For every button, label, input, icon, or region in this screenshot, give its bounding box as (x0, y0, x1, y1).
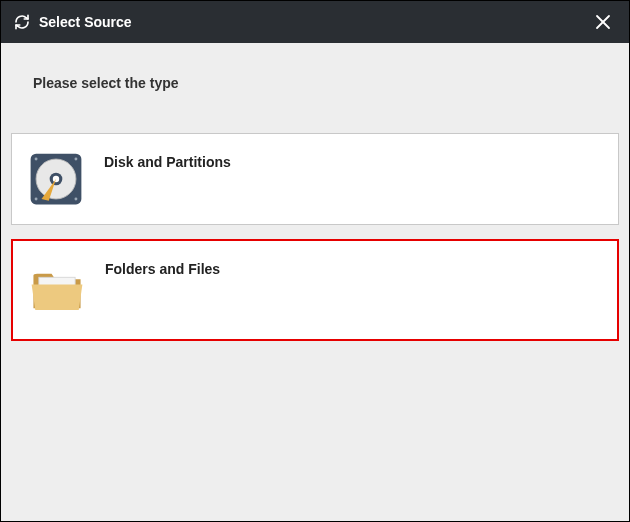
disk-icon (26, 149, 86, 209)
svg-point-8 (74, 158, 77, 161)
close-icon (594, 13, 612, 31)
prompt-text: Please select the type (11, 43, 619, 133)
select-source-dialog: Select Source Please select the type (1, 1, 629, 521)
option-folders-label: Folders and Files (105, 261, 220, 277)
titlebar: Select Source (1, 1, 629, 43)
app-sync-icon (13, 13, 31, 31)
svg-point-7 (35, 158, 38, 161)
option-disk-label: Disk and Partitions (104, 154, 231, 170)
option-disk-partitions[interactable]: Disk and Partitions (11, 133, 619, 225)
svg-point-9 (35, 197, 38, 200)
titlebar-title: Select Source (39, 14, 132, 30)
svg-point-10 (74, 197, 77, 200)
content-area: Please select the type Disk and Partitio… (1, 43, 629, 521)
close-button[interactable] (589, 8, 617, 36)
folder-icon (27, 260, 87, 320)
option-folders-files[interactable]: Folders and Files (11, 239, 619, 341)
